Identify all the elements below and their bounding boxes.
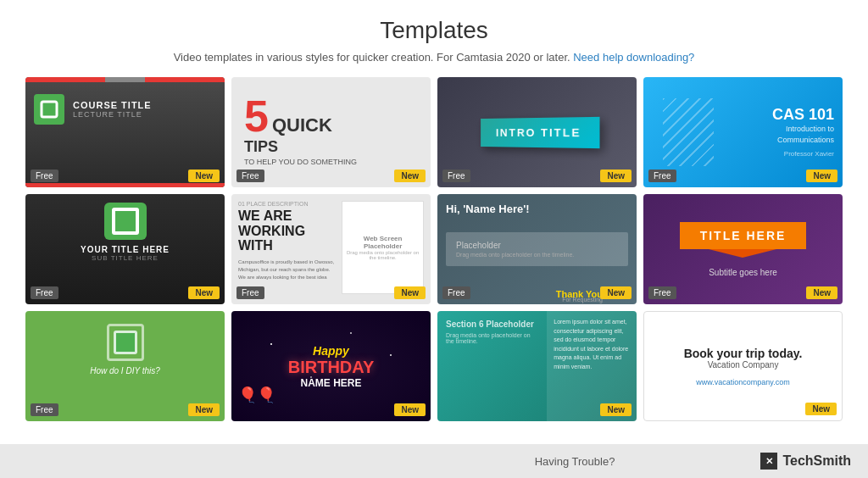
badge-free-7: Free <box>442 286 470 299</box>
page-title: Templates <box>25 17 843 44</box>
template-card-7[interactable]: Hi, 'Name Here'! Placeholder Drag media … <box>437 194 637 304</box>
badge-new-3: New <box>600 170 632 182</box>
subtitle-text: Video templates in various styles for qu… <box>174 51 570 64</box>
badge-new-2: New <box>394 170 426 182</box>
cas-intro: Introduction toCommunications <box>742 124 834 145</box>
vacation-company: Vacation Company <box>708 360 779 370</box>
card-1-content: COURSE TITLE LECTURE TITLE <box>25 82 225 136</box>
template-card-5[interactable]: YOUR TITLE HERE SUB TITLE HERE Free New <box>25 194 225 304</box>
template-card-11[interactable]: Section 6 Placeholder Drag media onto pl… <box>437 311 637 421</box>
card-3-inner: INTRO TITLE Free New <box>437 77 637 187</box>
badge-free-5: Free <box>31 286 58 299</box>
place-desc: 01 PLACE DESCRIPTION <box>238 201 337 207</box>
quick-tips-quick: QUICK <box>272 114 332 136</box>
card-5-content: YOUR TITLE HERE SUB TITLE HERE <box>25 194 225 262</box>
card-2-content: 5QUICK TIPS TO HELP YOU DO SOMETHING <box>231 77 431 183</box>
for-requesting-text: For Requesting <box>562 297 603 303</box>
footer: Having Trouble? ✕ TechSmith <box>0 444 868 478</box>
badge-new-10: New <box>394 403 426 416</box>
card-9-content: How do I DIY this? <box>25 311 225 379</box>
placeholder-bar: Placeholder Drag media onto placeholder … <box>446 232 628 266</box>
card-5-inner: YOUR TITLE HERE SUB TITLE HERE Free New <box>25 194 225 304</box>
happy-text: Happy <box>313 344 349 358</box>
intro-ribbon: INTRO TITLE <box>481 116 601 147</box>
badge-free-2: Free <box>236 170 264 182</box>
footer-center: Having Trouble? <box>389 455 761 468</box>
quick-tips-number: 5 <box>244 92 269 141</box>
badge-free-8: Free <box>648 286 676 299</box>
text-block: COURSE TITLE LECTURE TITLE <box>73 100 152 119</box>
badge-free-9: Free <box>31 403 58 416</box>
template-card-4[interactable]: CAS 101 Introduction toCommunications Pr… <box>643 77 843 187</box>
diy-text: How do I DIY this? <box>90 366 160 375</box>
diagonal-lines <box>663 98 714 166</box>
book-title: Book your trip today. <box>684 347 803 360</box>
green-c-inner <box>114 331 137 354</box>
templates-grid: COURSE TITLE LECTURE TITLE Free New 5QUI… <box>25 77 843 421</box>
web-label: Web Screen Placeholder <box>346 235 420 250</box>
your-title: YOUR TITLE HERE <box>81 245 170 254</box>
template-card-6[interactable]: 01 PLACE DESCRIPTION WE AREWORKINGWITH C… <box>231 194 431 304</box>
card-6-inner: 01 PLACE DESCRIPTION WE AREWORKINGWITH C… <box>231 194 431 304</box>
birthday-text: BIRTHDAY <box>288 358 375 377</box>
placeholder-label: Placeholder <box>456 241 618 250</box>
bottom-bar <box>25 183 225 187</box>
web-sub: Drag media onto placeholder on the timel… <box>346 250 420 260</box>
we-are-heading: WE AREWORKINGWITH <box>238 208 337 253</box>
web-screen-placeholder: Web Screen Placeholder Drag media onto p… <box>342 201 424 294</box>
badge-new-12: New <box>805 403 837 415</box>
website-text: www.vacationcompany.com <box>696 378 789 386</box>
techsmith-icon: ✕ <box>760 453 777 470</box>
card-9-inner: How do I DIY this? Free New <box>25 311 225 421</box>
subtitle: Video templates in various styles for qu… <box>25 51 843 64</box>
quick-tips-tips: TIPS <box>244 138 418 156</box>
greeting-text: Hi, 'Name Here'! <box>446 203 628 215</box>
badge-new-1: New <box>188 170 220 182</box>
template-card-2[interactable]: 5QUICK TIPS TO HELP YOU DO SOMETHING Fre… <box>231 77 431 187</box>
card-6-right: Web Screen Placeholder Drag media onto p… <box>342 201 424 297</box>
lecture-title-text: LECTURE TITLE <box>73 110 152 119</box>
template-card-8[interactable]: TITLE HERE Subtitle goes here Free New <box>643 194 843 304</box>
footer-logo: ✕ TechSmith <box>760 453 851 470</box>
badge-new-4: New <box>806 170 837 182</box>
card-1-inner: COURSE TITLE LECTURE TITLE Free New <box>25 77 225 187</box>
cas-professor: Professor Xavier <box>742 149 834 158</box>
sub-title: SUB TITLE HERE <box>92 254 159 262</box>
section-sub: Drag media onto placeholder on the timel… <box>446 332 538 344</box>
badge-new-5: New <box>188 286 220 299</box>
birthday-name: NAME HERE <box>300 377 361 389</box>
badge-free-3: Free <box>442 170 470 182</box>
camtasia-logo <box>34 94 64 125</box>
template-card-9[interactable]: How do I DIY this? Free New <box>25 311 225 421</box>
template-card-1[interactable]: COURSE TITLE LECTURE TITLE Free New <box>25 77 225 187</box>
course-title-text: COURSE TITLE <box>73 100 152 110</box>
quick-tips-sub: TO HELP YOU DO SOMETHING <box>244 158 418 166</box>
placeholder-sub: Drag media onto placeholder on the timel… <box>456 252 618 258</box>
template-card-10[interactable]: 🎈🎈 Happy BIRTHDAY NAME HERE New <box>231 311 431 421</box>
green-c-logo <box>107 324 144 361</box>
card-8-subtitle: Subtitle goes here <box>709 268 777 277</box>
lorem-text: Lorem ipsum dolor sit amet, consectetur … <box>554 318 630 371</box>
card-11-left: Section 6 Placeholder Drag media onto pl… <box>437 311 547 421</box>
cas-title: CAS 101 <box>742 106 834 124</box>
template-card-12[interactable]: Book your trip today. Vacation Company w… <box>643 311 843 421</box>
badge-new-9: New <box>188 403 220 416</box>
card-12-inner: Book your trip today. Vacation Company w… <box>644 312 842 420</box>
section-label: Section 6 Placeholder <box>446 320 538 329</box>
card-11-inner: Section 6 Placeholder Drag media onto pl… <box>437 311 637 421</box>
having-trouble-link[interactable]: Having Trouble? <box>535 455 615 468</box>
badge-free-1: Free <box>31 170 58 182</box>
techsmith-label: TechSmith <box>782 453 851 469</box>
balloons: 🎈🎈 <box>238 386 275 404</box>
working-body: Campusoffice is proudly based in Owosso,… <box>238 258 337 281</box>
big-c-logo <box>104 203 147 240</box>
template-card-3[interactable]: INTRO TITLE Free New <box>437 77 637 187</box>
badge-new-11: New <box>600 403 632 416</box>
card-7-inner: Hi, 'Name Here'! Placeholder Drag media … <box>437 194 637 304</box>
card-2-inner: 5QUICK TIPS TO HELP YOU DO SOMETHING Fre… <box>231 77 431 187</box>
orange-banner: TITLE HERE <box>680 222 807 249</box>
card-8-inner: TITLE HERE Subtitle goes here Free New <box>643 194 843 304</box>
card-4-inner: CAS 101 Introduction toCommunications Pr… <box>643 77 843 187</box>
quick-tips-heading: 5QUICK <box>244 94 418 138</box>
help-link[interactable]: Need help downloading? <box>573 51 694 64</box>
